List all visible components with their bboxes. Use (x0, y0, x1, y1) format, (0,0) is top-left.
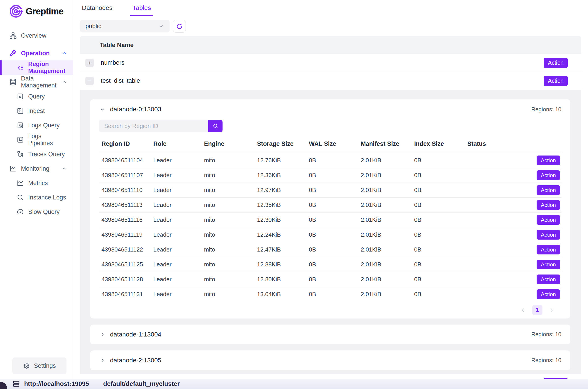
region-panel: datanode-0:13003 Regions: 10 (80, 90, 581, 374)
region-row: 4398046511107Leadermito12.36KiB0B2.01KiB… (99, 168, 561, 183)
sidebar-item-traces-query[interactable]: Traces Query (0, 147, 73, 161)
settings-button[interactable]: Settings (12, 357, 66, 374)
sidebar-item-metrics[interactable]: Metrics (0, 176, 73, 190)
brand-logo[interactable]: Greptime (0, 0, 73, 23)
settings-label: Settings (34, 362, 56, 369)
region-action-button[interactable]: Action (537, 275, 560, 284)
floating-button-sliver[interactable] (0, 382, 7, 389)
table-action-button[interactable]: Action (544, 58, 568, 68)
region-row: 4398046511119Leadermito12.24KiB0B2.01KiB… (99, 227, 561, 242)
tab-tables[interactable]: Tables (130, 0, 153, 16)
region-action-button[interactable]: Action (537, 289, 560, 299)
sidebar-item-region-management[interactable]: Region Management (0, 60, 73, 75)
table-action-button[interactable]: Action (544, 76, 568, 86)
chevron-up-icon[interactable] (61, 50, 67, 56)
sidebar-item-logs-pipelines[interactable]: Logs Pipelines (0, 132, 73, 147)
sidebar-item-overview[interactable]: Overview (0, 28, 73, 43)
pagination: 1 (99, 302, 561, 319)
datanode-header[interactable]: datanode-2:13005 Regions: 10 (99, 351, 561, 370)
region-action-button[interactable]: Action (537, 200, 560, 210)
cell-index-size: 0B (412, 153, 465, 168)
region-row: 4398046511116Leadermito12.30KiB0B2.01KiB… (99, 213, 561, 227)
sidebar-item-label: Operation (21, 50, 50, 57)
schema-select[interactable]: public (80, 20, 169, 32)
collapse-button[interactable]: − (85, 77, 94, 85)
chevron-up-icon[interactable] (61, 166, 67, 171)
page-number-button[interactable]: 1 (532, 305, 542, 315)
sidebar-item-logs-query[interactable]: Logs Query (0, 118, 73, 132)
cell-region-id: 4398046511107 (99, 168, 151, 183)
region-action-button[interactable]: Action (537, 215, 560, 225)
datanode-header[interactable]: datanode-0:13003 Regions: 10 (99, 99, 561, 119)
expand-button[interactable]: + (85, 59, 94, 67)
cell-wal-size: 0B (307, 213, 359, 227)
sidebar-item-label: Data Management (21, 75, 58, 89)
page-prev-icon[interactable] (520, 307, 526, 313)
cell-index-size: 0B (412, 272, 465, 287)
region-action-button[interactable]: Action (537, 245, 560, 255)
cell-index-size: 0B (412, 213, 465, 227)
table-row-test-dist-table: − test_dist_table Action (80, 72, 581, 90)
cell-engine: mito (202, 272, 255, 287)
region-action-button[interactable]: Action (537, 170, 560, 180)
sidebar-item-query[interactable]: Query (0, 89, 73, 104)
main-content: Datanodes Tables public (73, 0, 588, 379)
sidebar-item-data-management[interactable]: Data Management (0, 75, 73, 89)
cell-storage-size: 12.47KiB (255, 242, 307, 257)
region-action-button[interactable]: Action (537, 260, 560, 269)
region-search-button[interactable] (208, 120, 223, 132)
table-row-test-dist-table1: + test_dist_table1 Action (80, 374, 581, 379)
cell-wal-size: 0B (307, 153, 359, 168)
cell-role: Leader (151, 287, 202, 302)
sidebar-nav: Overview Operation (0, 23, 73, 219)
database-icon (9, 78, 17, 86)
sitemap-icon (9, 32, 17, 40)
region-row: 4398046511125Leadermito12.88KiB0B2.01KiB… (99, 257, 561, 272)
cell-manifest-size: 2.01KiB (359, 198, 412, 213)
sliders-icon (16, 136, 24, 144)
cell-action: Action (510, 168, 561, 183)
cell-index-size: 0B (412, 198, 465, 213)
regions-count: Regions: 10 (531, 357, 561, 363)
region-action-button[interactable]: Action (537, 230, 560, 240)
table-row-numbers: + numbers Action (80, 54, 581, 72)
cell-engine: mito (202, 198, 255, 213)
cell-action: Action (510, 198, 561, 213)
cell-index-size: 0B (412, 227, 465, 242)
cell-index-size: 0B (412, 183, 465, 198)
sidebar-item-label: Overview (21, 32, 46, 39)
status-url[interactable]: http://localhost:19095 (24, 380, 89, 388)
tab-label: Datanodes (82, 4, 112, 11)
sidebar-item-slow-query[interactable]: Slow Query (0, 205, 73, 219)
sidebar-item-operation[interactable]: Operation (0, 46, 73, 60)
refresh-button[interactable] (173, 20, 186, 33)
datanode-title: datanode-2:13005 (110, 357, 161, 364)
cell-role: Leader (151, 227, 202, 242)
regions-count: Regions: 10 (531, 331, 561, 338)
sidebar-item-instance-logs[interactable]: Instance Logs (0, 190, 73, 205)
region-action-button[interactable]: Action (537, 185, 560, 195)
sidebar-item-ingest[interactable]: Ingest (0, 104, 73, 118)
column-index-size: Index Size (412, 137, 465, 153)
cell-manifest-size: 2.01KiB (359, 287, 412, 302)
region-table-head-row: Region IDRoleEngineStorage SizeWAL SizeM… (99, 137, 561, 153)
datanode-header[interactable]: datanode-1:13004 Regions: 10 (99, 324, 561, 344)
column-role: Role (151, 137, 202, 153)
chevron-up-icon[interactable] (61, 79, 67, 85)
folder-in-icon (16, 107, 24, 115)
column-manifest-size: Manifest Size (359, 137, 412, 153)
page-next-icon[interactable] (549, 307, 555, 313)
tab-datanodes[interactable]: Datanodes (80, 0, 115, 16)
cell-role: Leader (151, 257, 202, 272)
sidebar-item-monitoring[interactable]: Monitoring (0, 161, 73, 176)
server-icon (12, 380, 20, 388)
cell-action: Action (510, 257, 561, 272)
column-status: Status (465, 137, 510, 153)
refresh-icon (176, 23, 183, 30)
sidebar: Greptime Overview (0, 0, 73, 379)
region-action-button[interactable]: Action (537, 156, 560, 165)
cell-manifest-size: 2.01KiB (359, 242, 412, 257)
tabbar: Datanodes Tables (73, 0, 588, 16)
region-search-input[interactable] (99, 120, 208, 132)
column-storage-size: Storage Size (255, 137, 307, 153)
